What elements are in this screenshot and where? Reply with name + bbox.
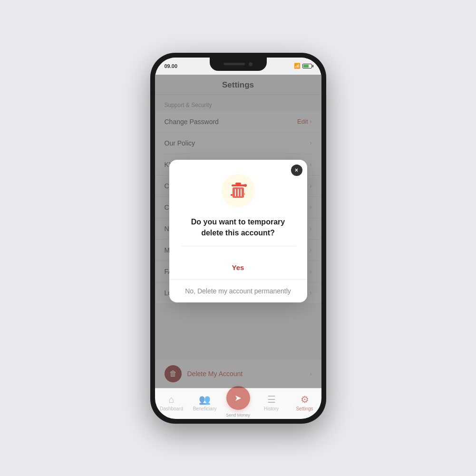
- bottom-nav: ⌂ Dashboard 👥 Beneficiary ➤ Send Money ☰…: [155, 388, 321, 419]
- no-delete-permanently-button[interactable]: No, Delete my account permanently: [169, 280, 307, 302]
- notch-camera: [249, 62, 253, 66]
- phone-frame: 09.00 📶 Settings Support & Security Chan…: [150, 53, 326, 424]
- send-money-fab[interactable]: ➤: [226, 386, 250, 410]
- beneficiary-icon: 👥: [199, 394, 211, 405]
- status-bar: 09.00 📶: [155, 58, 321, 75]
- svg-point-6: [244, 184, 247, 187]
- nav-item-send-money[interactable]: ➤ Send Money: [222, 386, 255, 419]
- close-icon: ×: [295, 167, 298, 174]
- history-icon: ☰: [267, 394, 276, 405]
- nav-item-settings[interactable]: ⚙ Settings: [288, 394, 321, 411]
- modal-actions: Yes No, Delete my account permanently: [169, 256, 307, 302]
- status-time: 09.00: [165, 63, 178, 69]
- svg-rect-1: [235, 183, 241, 185]
- wifi-icon: 📶: [294, 63, 301, 69]
- settings-icon: ⚙: [301, 394, 309, 405]
- modal-close-button[interactable]: ×: [291, 165, 302, 176]
- trash-svg-icon: [229, 181, 248, 201]
- modal-icon-wrapper: [222, 174, 255, 207]
- svg-point-7: [231, 194, 233, 196]
- nav-item-dashboard[interactable]: ⌂ Dashboard: [155, 394, 188, 411]
- modal-divider: [181, 246, 296, 246]
- notch-cutout: [210, 58, 267, 71]
- modal-body: Do you want to temporary delete this acc…: [169, 160, 307, 256]
- modal-question-text: Do you want to temporary delete this acc…: [181, 217, 296, 238]
- dashboard-icon: ⌂: [168, 394, 174, 405]
- beneficiary-label: Beneficiary: [193, 406, 216, 411]
- settings-label: Settings: [296, 406, 313, 411]
- send-money-label: Send Money: [226, 413, 250, 418]
- phone-screen: 09.00 📶 Settings Support & Security Chan…: [155, 58, 321, 419]
- svg-point-8: [243, 194, 245, 195]
- status-icons: 📶: [294, 63, 312, 69]
- nav-item-beneficiary[interactable]: 👥 Beneficiary: [188, 394, 222, 411]
- dashboard-label: Dashboard: [160, 406, 183, 411]
- modal-overlay[interactable]: ×: [155, 75, 321, 388]
- send-money-icon: ➤: [234, 393, 242, 403]
- battery-fill: [303, 65, 309, 68]
- svg-rect-0: [232, 185, 245, 186]
- modal-card: ×: [169, 160, 307, 302]
- notch-speaker: [223, 63, 245, 65]
- nav-item-history[interactable]: ☰ History: [255, 394, 288, 411]
- yes-button[interactable]: Yes: [169, 256, 307, 280]
- history-label: History: [264, 406, 279, 411]
- battery-indicator: [302, 64, 312, 68]
